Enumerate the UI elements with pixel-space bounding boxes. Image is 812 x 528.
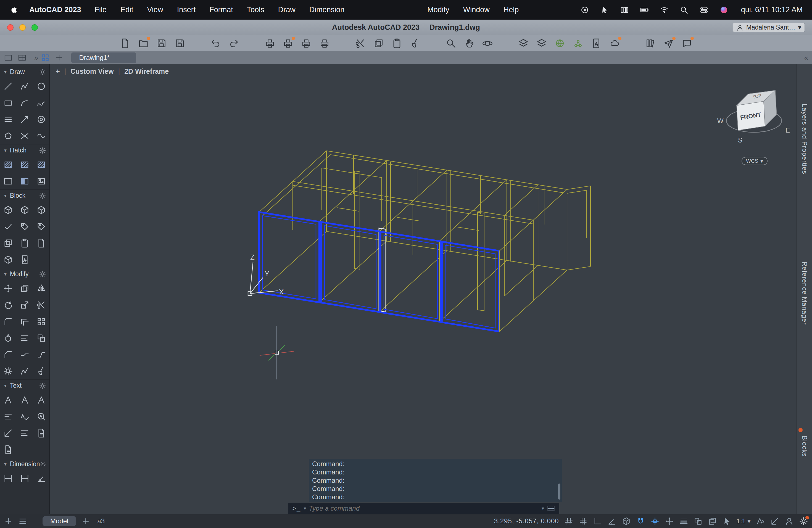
polar-tracking-icon[interactable]	[607, 517, 617, 526]
tool-external-reference[interactable]	[17, 235, 32, 251]
references-button[interactable]	[644, 37, 657, 49]
panel-tab-reference-manager[interactable]: Reference Manager	[801, 262, 808, 325]
tool-array[interactable]	[33, 313, 49, 330]
tool-polyline[interactable]	[17, 78, 32, 94]
tool-delete-duplicates[interactable]	[33, 363, 49, 379]
section-settings-icon[interactable]	[39, 382, 46, 390]
tool-superhatch[interactable]	[33, 156, 49, 173]
tool-create-block[interactable]	[1, 202, 16, 218]
tool-sync-attributes[interactable]	[1, 218, 16, 235]
zoom-button[interactable]	[31, 24, 38, 31]
plot-preview-button[interactable]	[300, 37, 313, 49]
tool-edit-polyline[interactable]	[17, 363, 32, 379]
tool-define-attribute[interactable]	[17, 218, 32, 235]
section-settings-icon[interactable]	[39, 147, 46, 154]
collaborate-button[interactable]	[572, 37, 584, 49]
section-header-hatch[interactable]: ▼ Hatch	[0, 144, 49, 156]
tool-trim[interactable]	[33, 297, 49, 313]
tool-export-pdf[interactable]	[1, 441, 16, 458]
tool-copy-nested[interactable]	[1, 235, 16, 251]
ortho-icon[interactable]	[593, 517, 602, 526]
tool-mirror[interactable]	[33, 280, 49, 297]
view-cube[interactable]: FRONT TOP W S E	[717, 90, 790, 144]
tool-move[interactable]	[1, 280, 16, 297]
prompt-chevron-icon[interactable]: ▾	[304, 505, 306, 511]
wifi-icon[interactable]	[660, 5, 669, 14]
tool-copy[interactable]	[17, 280, 32, 297]
tool-block[interactable]	[1, 251, 16, 268]
command-input[interactable]	[309, 504, 539, 512]
tool-multiline[interactable]	[1, 111, 16, 128]
tool-circle[interactable]	[33, 78, 49, 94]
tool-text-align[interactable]	[1, 408, 16, 425]
menu-window[interactable]: Window	[456, 5, 497, 14]
disclosure-triangle-icon[interactable]: ▼	[3, 70, 8, 74]
disclosure-triangle-icon[interactable]: ▼	[3, 193, 8, 198]
zoom-window-button[interactable]	[445, 37, 458, 49]
tool-spell-check[interactable]	[17, 408, 32, 425]
menu-dimension[interactable]: Dimension	[302, 5, 352, 14]
tool-justify-text[interactable]	[17, 425, 32, 441]
wcs-dropdown[interactable]: WCS ▾	[742, 157, 768, 165]
add-tab-icon[interactable]	[55, 53, 63, 62]
control-center-icon[interactable]	[700, 5, 708, 14]
save-button[interactable]	[155, 37, 168, 49]
tool-linear-dimension[interactable]	[1, 470, 16, 487]
menu-file[interactable]: File	[88, 5, 114, 14]
disclosure-triangle-icon[interactable]: ▼	[3, 383, 8, 388]
tool-attach-document[interactable]	[17, 251, 32, 268]
tool-rotate[interactable]	[1, 297, 16, 313]
tool-hatch[interactable]	[1, 156, 16, 173]
command-options-chevron-icon[interactable]: ▾	[541, 505, 544, 511]
tool-donut[interactable]	[33, 111, 49, 128]
user-account-button[interactable]: Madalena Sant… ▾	[733, 23, 805, 32]
annotation-visibility-icon[interactable]	[756, 517, 765, 526]
selection-cycling-icon[interactable]	[708, 517, 717, 526]
tool-import-pdf[interactable]	[33, 425, 49, 441]
web-online-button[interactable]	[553, 37, 566, 49]
section-settings-icon[interactable]	[39, 192, 46, 200]
search-icon[interactable]	[680, 5, 688, 14]
tool-explode[interactable]	[1, 363, 16, 379]
annotation-monitor-icon[interactable]	[785, 517, 794, 526]
section-header-block[interactable]: ▼ Block	[0, 189, 49, 202]
siri-icon[interactable]	[720, 5, 728, 14]
annotation-scale-dropdown[interactable]: 1:1 ▾	[737, 517, 751, 525]
disclosure-triangle-icon[interactable]: ▼	[3, 148, 8, 153]
tool-revision-cloud[interactable]	[33, 128, 49, 144]
object-snap-icon[interactable]	[636, 517, 645, 526]
tool-extrude[interactable]	[1, 330, 16, 346]
tool-block-editor[interactable]	[33, 202, 49, 218]
paste-button[interactable]	[391, 37, 403, 49]
batch-plot-button[interactable]	[282, 37, 294, 49]
viewport-view-control[interactable]: Custom View	[70, 68, 114, 75]
tool-join[interactable]	[33, 346, 49, 363]
transparency-icon[interactable]	[694, 517, 702, 526]
tool-write-block[interactable]	[33, 235, 49, 251]
palette-menu-icon[interactable]	[18, 517, 27, 526]
3d-object-snap-icon[interactable]	[650, 517, 659, 526]
add-tool-icon[interactable]	[4, 517, 13, 526]
compass-east-label[interactable]: E	[785, 127, 790, 134]
tool-multiline-text[interactable]	[1, 392, 16, 408]
viewport-single-icon[interactable]	[4, 53, 13, 62]
tool-boundary[interactable]	[1, 173, 16, 189]
tool-polygon[interactable]	[1, 128, 16, 144]
share-button[interactable]	[662, 37, 675, 49]
redo-button[interactable]	[228, 37, 240, 49]
tool-find-replace[interactable]	[33, 408, 49, 425]
model-tab[interactable]: Model	[43, 516, 76, 526]
command-panel-icon[interactable]	[547, 504, 555, 513]
menu-view[interactable]: View	[140, 5, 170, 14]
tool-offset[interactable]	[17, 313, 32, 330]
tool-line[interactable]	[1, 78, 16, 94]
tool-single-line-text[interactable]	[33, 392, 49, 408]
menu-tools[interactable]: Tools	[240, 5, 271, 14]
screen-record-icon[interactable]	[580, 5, 589, 14]
cut-button[interactable]	[354, 37, 367, 49]
coordinates-readout[interactable]: 3.295, -5.057, 0.000	[494, 517, 559, 525]
section-header-draw[interactable]: ▼ Draw	[0, 66, 49, 78]
layers-button[interactable]	[517, 37, 530, 49]
dynamic-input-icon[interactable]	[722, 517, 731, 526]
tool-rectangle[interactable]	[1, 94, 16, 111]
